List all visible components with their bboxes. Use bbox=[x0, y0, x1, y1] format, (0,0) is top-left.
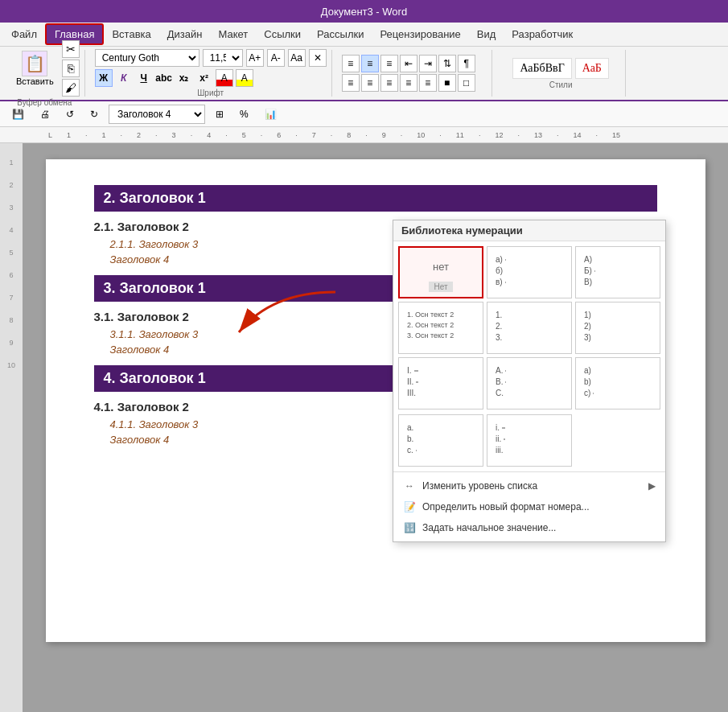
borders-button[interactable]: □ bbox=[458, 74, 475, 92]
paste-icon: 📋 bbox=[22, 51, 47, 76]
italic-button[interactable]: К bbox=[115, 69, 133, 87]
multilevel-button[interactable]: ≡ bbox=[380, 55, 398, 72]
paste-button[interactable]: 📋 Вставить bbox=[10, 49, 60, 88]
group-paragraph: ≡ ≡ ≡ ⇤ ⇥ ⇅ ¶ ≡ ≡ ≡ ≡ ≡ ■ □ bbox=[337, 50, 492, 97]
ruler: L1·1·2·3·4·5·6·7·8·9·10·11·12·13·14·15 bbox=[0, 127, 728, 143]
numbering-grid: нет Нет а) б) в) А bbox=[393, 241, 665, 414]
action-set-value-label: Задать начальное значение... bbox=[422, 522, 556, 533]
num-item-latin-lower[interactable]: a) b) c) bbox=[575, 357, 660, 410]
none-label: нет bbox=[405, 261, 477, 273]
ruler-marks: L1·1·2·3·4·5·6·7·8·9·10·11·12·13·14·15 bbox=[48, 131, 620, 139]
line-9: 9 bbox=[0, 331, 23, 354]
shrink-font-button[interactable]: A- bbox=[267, 49, 285, 67]
action-change-level[interactable]: ↔ Изменить уровень списка ▶ bbox=[393, 475, 665, 496]
font-name-row: Century Goth 11,5 A+ A- Aa ✕ bbox=[95, 49, 327, 67]
font-controls: Century Goth 11,5 A+ A- Aa ✕ Ж К Ч abc x… bbox=[95, 49, 327, 87]
clipboard-label: Буфер обмена bbox=[17, 98, 72, 107]
toolbar-btn-1[interactable]: ⊞ bbox=[210, 106, 229, 122]
num-item-abc-upper[interactable]: А) Б) В) bbox=[575, 246, 660, 298]
num-item-text[interactable]: 1. Осн текст 2 2. Осн текст 2 3. Осн тек… bbox=[398, 302, 483, 354]
empty-cell bbox=[575, 414, 660, 467]
action-define-format[interactable]: 📝 Определить новый формат номера... bbox=[393, 496, 665, 517]
change-level-icon: ↔ bbox=[403, 479, 416, 492]
num-item-roman-lower[interactable]: i. ii. iii. bbox=[487, 414, 572, 467]
format-painter-button[interactable]: 🖌 bbox=[62, 79, 80, 97]
line-4: 4 bbox=[0, 219, 23, 241]
set-value-icon: 🔢 bbox=[403, 521, 416, 534]
toolbar-btn-3[interactable]: 📊 bbox=[259, 106, 282, 122]
align-left-button[interactable]: ≡ bbox=[342, 74, 360, 92]
increase-indent-button[interactable]: ⇥ bbox=[419, 55, 437, 72]
shading-button[interactable]: ■ bbox=[438, 74, 456, 92]
font-size-selector[interactable]: 11,5 bbox=[203, 49, 243, 67]
numbering-button[interactable]: ≡ bbox=[361, 55, 379, 72]
grow-font-button[interactable]: A+ bbox=[246, 49, 264, 67]
show-marks-button[interactable]: ¶ bbox=[458, 55, 475, 72]
action-change-level-label: Изменить уровень списка bbox=[422, 480, 537, 492]
num-item-roman[interactable]: I. II. III. bbox=[398, 357, 483, 410]
title-bar: Документ3 - Word bbox=[0, 0, 728, 23]
format-row: Ж К Ч abc x₂ x² A A bbox=[95, 69, 327, 87]
line-6: 6 bbox=[0, 264, 23, 286]
formatting-toolbar: 💾 🖨 ↺ ↻ Заголовок 4 ⊞ % 📊 bbox=[0, 101, 728, 127]
menu-insert[interactable]: Вставка bbox=[104, 25, 158, 43]
line-10: 10 bbox=[0, 354, 23, 377]
font-name-selector[interactable]: Century Goth bbox=[95, 49, 199, 67]
menu-view[interactable]: Вид bbox=[469, 25, 504, 43]
menu-mailings[interactable]: Рассылки bbox=[309, 25, 372, 43]
menu-developer[interactable]: Разработчик bbox=[504, 25, 581, 43]
undo-button[interactable]: ↺ bbox=[60, 106, 80, 122]
style-normal-preview[interactable]: АаБбВвГ bbox=[512, 58, 571, 79]
action-define-format-label: Определить новый формат номера... bbox=[422, 501, 590, 512]
line-8: 8 bbox=[0, 309, 23, 331]
justify-button[interactable]: ≡ bbox=[400, 74, 417, 92]
line-spacing-button[interactable]: ≡ bbox=[419, 74, 437, 92]
heading1-2: 2. Заголовок 1 bbox=[94, 185, 657, 212]
num-item-abc-lower[interactable]: а) б) в) bbox=[487, 246, 572, 298]
num-item-numbers-paren[interactable]: 1) 2) 3) bbox=[575, 302, 660, 354]
menu-review[interactable]: Рецензирование bbox=[372, 25, 468, 43]
num-item-none[interactable]: нет Нет bbox=[398, 246, 483, 298]
highlight-button[interactable]: A bbox=[236, 69, 253, 87]
align-right-button[interactable]: ≡ bbox=[380, 74, 398, 92]
numbering-dropdown[interactable]: Библиотека нумерации нет Нет а) б) bbox=[393, 220, 666, 542]
save-button[interactable]: 💾 bbox=[6, 106, 30, 122]
decrease-indent-button[interactable]: ⇤ bbox=[400, 55, 417, 72]
dropdown-actions: ↔ Изменить уровень списка ▶ 📝 Определить… bbox=[393, 471, 665, 541]
sort-button[interactable]: ⇅ bbox=[438, 55, 456, 72]
styles-label: Стили bbox=[549, 80, 573, 89]
line-2: 2 bbox=[0, 174, 23, 196]
clear-format-button[interactable]: ✕ bbox=[309, 49, 327, 67]
num-item-latin-upper[interactable]: A. B. C. bbox=[487, 357, 572, 410]
toolbar-btn-2[interactable]: % bbox=[234, 106, 254, 122]
font-color-button[interactable]: A bbox=[216, 69, 233, 87]
group-font: Century Goth 11,5 A+ A- Aa ✕ Ж К Ч abc x… bbox=[90, 50, 332, 97]
underline-button[interactable]: Ч bbox=[135, 69, 153, 87]
action-set-value[interactable]: 🔢 Задать начальное значение... bbox=[393, 517, 665, 538]
change-case-button[interactable]: Aa bbox=[288, 49, 306, 67]
submenu-arrow: ▶ bbox=[648, 480, 656, 492]
menu-layout[interactable]: Макет bbox=[210, 25, 256, 43]
align-center-button[interactable]: ≡ bbox=[361, 74, 379, 92]
copy-button[interactable]: ⎘ bbox=[62, 60, 80, 77]
style-heading1-preview[interactable]: АаБ bbox=[575, 58, 609, 79]
print-preview-button[interactable]: 🖨 bbox=[35, 106, 56, 122]
num-item-numbers[interactable]: 1. 2. 3. bbox=[487, 302, 572, 354]
paste-label: Вставить bbox=[16, 76, 54, 86]
bold-button[interactable]: Ж bbox=[95, 69, 113, 87]
num-item-latin-dot[interactable]: a. b. c. bbox=[398, 414, 483, 467]
group-clipboard: 📋 Вставить ✂ ⎘ 🖌 Буфер обмена bbox=[5, 50, 85, 97]
line-1: 1 bbox=[0, 151, 23, 174]
menu-links[interactable]: Ссылки bbox=[256, 25, 309, 43]
group-styles: АаБбВвГ АаБ Стили bbox=[497, 50, 626, 97]
line-3: 3 bbox=[0, 196, 23, 219]
redo-button[interactable]: ↻ bbox=[84, 106, 104, 122]
strikethrough-button[interactable]: abc bbox=[155, 69, 173, 87]
superscript-button[interactable]: x² bbox=[195, 69, 213, 87]
bullets-button[interactable]: ≡ bbox=[342, 55, 360, 72]
cut-button[interactable]: ✂ bbox=[62, 40, 80, 58]
style-selector[interactable]: Заголовок 4 bbox=[109, 105, 205, 124]
subscript-button[interactable]: x₂ bbox=[175, 69, 193, 87]
menu-design[interactable]: Дизайн bbox=[159, 25, 211, 43]
document-area: 1 2 3 4 5 6 7 8 9 10 2. Заголовок 1 2.1.… bbox=[0, 143, 728, 712]
